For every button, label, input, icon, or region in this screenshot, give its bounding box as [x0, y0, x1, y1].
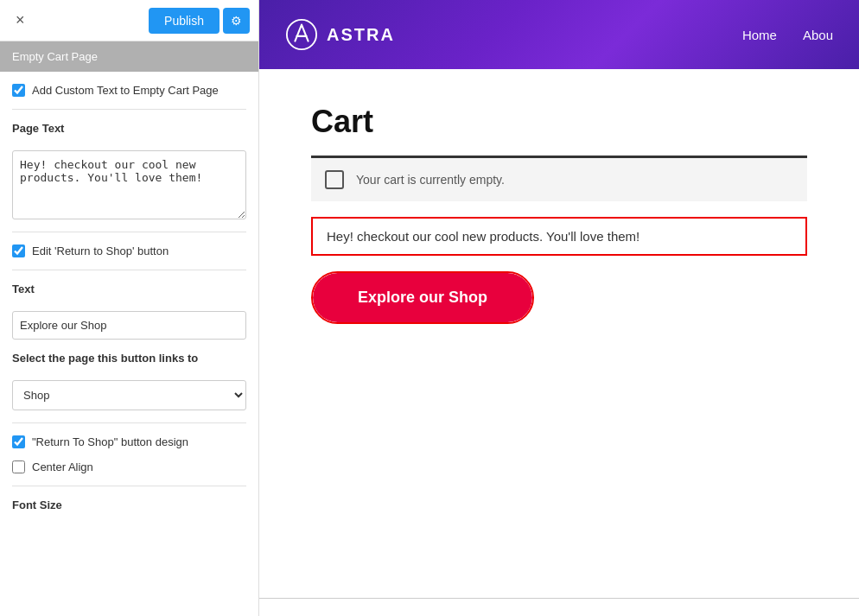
- edit-return-row[interactable]: Edit 'Return to Shop' button: [12, 244, 246, 257]
- add-custom-text-label: Add Custom Text to Empty Cart Page: [32, 84, 219, 97]
- center-align-label: Center Align: [32, 460, 93, 473]
- site-nav: Home Abou: [742, 28, 833, 42]
- section-title: Empty Cart Page: [12, 50, 98, 63]
- close-button[interactable]: ×: [9, 8, 32, 33]
- page-text-textarea[interactable]: Hey! checkout our cool new products. You…: [12, 150, 246, 219]
- custom-text-content: Hey! checkout our cool new products. You…: [327, 229, 639, 244]
- edit-return-label: Edit 'Return to Shop' button: [32, 244, 169, 257]
- site-footer: [259, 598, 859, 616]
- edit-return-checkbox[interactable]: [12, 244, 25, 257]
- explore-button-wrapper: Explore our Shop: [311, 271, 534, 324]
- center-align-checkbox[interactable]: [12, 460, 25, 473]
- text-field-label: Text: [12, 283, 246, 295]
- text-input[interactable]: [12, 311, 246, 340]
- add-custom-text-row[interactable]: Add Custom Text to Empty Cart Page: [12, 84, 246, 97]
- button-design-row[interactable]: "Return To Shop" button design: [12, 435, 246, 448]
- divider-5: [12, 486, 246, 486]
- section-header: Empty Cart Page: [0, 41, 258, 72]
- explore-button[interactable]: Explore our Shop: [313, 273, 532, 322]
- page-text-label: Page Text: [12, 122, 246, 135]
- add-custom-text-checkbox[interactable]: [12, 84, 25, 97]
- cart-content: Cart Your cart is currently empty. Hey! …: [259, 69, 859, 598]
- sidebar-content: Add Custom Text to Empty Cart Page Page …: [0, 72, 258, 527]
- sidebar: × Publish ⚙ Empty Cart Page Add Custom T…: [0, 0, 259, 616]
- cart-title: Cart: [311, 104, 807, 140]
- button-design-label: "Return To Shop" button design: [32, 435, 188, 448]
- font-size-label: Font Size: [12, 499, 246, 511]
- publish-button[interactable]: Publish: [149, 8, 220, 34]
- nav-about[interactable]: Abou: [803, 28, 833, 42]
- settings-button[interactable]: ⚙: [223, 8, 250, 34]
- main-preview: ASTRA Home Abou Cart Your cart is curren…: [259, 0, 859, 616]
- cart-empty-icon: [325, 170, 344, 189]
- divider-4: [12, 422, 246, 423]
- empty-cart-text: Your cart is currently empty.: [356, 173, 505, 187]
- select-page-label: Select the page this button links to: [12, 352, 246, 365]
- logo-text: ASTRA: [327, 25, 395, 45]
- gear-icon: ⚙: [231, 14, 242, 28]
- empty-cart-notice: Your cart is currently empty.: [311, 158, 807, 201]
- divider-3: [12, 270, 246, 270]
- button-design-checkbox[interactable]: [12, 435, 25, 448]
- site-logo: ASTRA: [285, 18, 395, 51]
- publish-area: Publish ⚙: [149, 8, 250, 34]
- page-select[interactable]: Shop Home About: [12, 380, 246, 410]
- sidebar-topbar: × Publish ⚙: [0, 0, 258, 41]
- divider-1: [12, 109, 246, 110]
- custom-text-box: Hey! checkout our cool new products. You…: [311, 217, 807, 256]
- site-header: ASTRA Home Abou: [259, 0, 859, 69]
- astra-logo-icon: [285, 18, 318, 51]
- center-align-row[interactable]: Center Align: [12, 460, 246, 473]
- nav-home[interactable]: Home: [742, 28, 777, 42]
- divider-2: [12, 232, 246, 232]
